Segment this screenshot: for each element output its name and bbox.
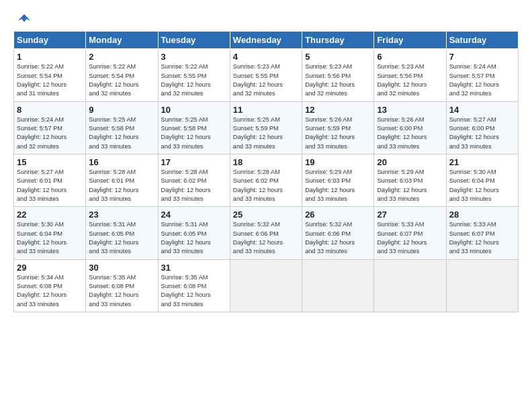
- day-number: 25: [233, 210, 299, 220]
- day-info: Sunrise: 5:24 AMSunset: 5:57 PMDaylight:…: [17, 116, 83, 151]
- week-row-4: 22 Sunrise: 5:30 AMSunset: 6:04 PMDaylig…: [14, 207, 519, 259]
- day-number: 4: [233, 52, 299, 62]
- week-row-1: 1 Sunrise: 5:22 AMSunset: 5:54 PMDayligh…: [14, 49, 519, 101]
- day-cell: 15 Sunrise: 5:27 AMSunset: 6:01 PMDaylig…: [14, 154, 86, 206]
- day-number: 26: [305, 210, 371, 220]
- day-cell: 31 Sunrise: 5:35 AMSunset: 6:08 PMDaylig…: [158, 259, 230, 312]
- svg-marker-0: [17, 14, 30, 22]
- day-info: Sunrise: 5:23 AMSunset: 5:56 PMDaylight:…: [305, 62, 371, 98]
- day-cell: 4 Sunrise: 5:23 AMSunset: 5:55 PMDayligh…: [230, 49, 302, 101]
- header-tuesday: Tuesday: [158, 32, 230, 49]
- day-number: 1: [17, 52, 83, 62]
- week-row-5: 29 Sunrise: 5:34 AMSunset: 6:08 PMDaylig…: [14, 259, 519, 312]
- day-info: Sunrise: 5:26 AMSunset: 6:00 PMDaylight:…: [377, 116, 443, 151]
- header-monday: Monday: [86, 32, 158, 49]
- day-cell: 24 Sunrise: 5:31 AMSunset: 6:05 PMDaylig…: [158, 207, 230, 259]
- day-number: 16: [89, 157, 154, 167]
- day-cell: 12 Sunrise: 5:26 AMSunset: 5:59 PMDaylig…: [302, 101, 374, 154]
- day-info: Sunrise: 5:28 AMSunset: 6:02 PMDaylight:…: [161, 168, 227, 203]
- day-cell: 2 Sunrise: 5:22 AMSunset: 5:54 PMDayligh…: [86, 49, 158, 101]
- day-number: 30: [89, 263, 154, 273]
- day-cell: 3 Sunrise: 5:22 AMSunset: 5:55 PMDayligh…: [158, 49, 230, 101]
- day-cell: 13 Sunrise: 5:26 AMSunset: 6:00 PMDaylig…: [374, 101, 446, 154]
- day-number: 17: [161, 157, 227, 167]
- day-info: Sunrise: 5:28 AMSunset: 6:02 PMDaylight:…: [233, 168, 299, 203]
- day-cell: [230, 259, 302, 312]
- day-cell: 29 Sunrise: 5:34 AMSunset: 6:08 PMDaylig…: [14, 259, 86, 312]
- day-info: Sunrise: 5:26 AMSunset: 5:59 PMDaylight:…: [305, 116, 371, 151]
- day-info: Sunrise: 5:30 AMSunset: 6:04 PMDaylight:…: [17, 220, 83, 256]
- day-cell: 17 Sunrise: 5:28 AMSunset: 6:02 PMDaylig…: [158, 154, 230, 206]
- day-number: 3: [161, 52, 227, 62]
- calendar-header-row: SundayMondayTuesdayWednesdayThursdayFrid…: [14, 32, 519, 49]
- day-number: 10: [161, 105, 227, 115]
- day-number: 24: [161, 210, 227, 220]
- day-cell: 28 Sunrise: 5:33 AMSunset: 6:07 PMDaylig…: [446, 207, 518, 259]
- day-info: Sunrise: 5:30 AMSunset: 6:04 PMDaylight:…: [449, 168, 515, 203]
- logo: [13, 12, 34, 26]
- header-friday: Friday: [374, 32, 446, 49]
- header-wednesday: Wednesday: [230, 32, 302, 49]
- day-info: Sunrise: 5:28 AMSunset: 6:01 PMDaylight:…: [89, 168, 154, 203]
- day-cell: 10 Sunrise: 5:25 AMSunset: 5:58 PMDaylig…: [158, 101, 230, 154]
- week-row-2: 8 Sunrise: 5:24 AMSunset: 5:57 PMDayligh…: [14, 101, 519, 154]
- day-number: 28: [449, 210, 515, 220]
- day-cell: 16 Sunrise: 5:28 AMSunset: 6:01 PMDaylig…: [86, 154, 158, 206]
- logo-bird-icon: [15, 12, 34, 27]
- day-info: Sunrise: 5:34 AMSunset: 6:08 PMDaylight:…: [17, 273, 83, 309]
- day-info: Sunrise: 5:25 AMSunset: 5:59 PMDaylight:…: [233, 116, 299, 151]
- day-info: Sunrise: 5:29 AMSunset: 6:03 PMDaylight:…: [305, 168, 371, 203]
- header-saturday: Saturday: [446, 32, 518, 49]
- day-info: Sunrise: 5:23 AMSunset: 5:55 PMDaylight:…: [233, 62, 299, 98]
- day-number: 23: [89, 210, 154, 220]
- day-cell: 25 Sunrise: 5:32 AMSunset: 6:06 PMDaylig…: [230, 207, 302, 259]
- day-number: 31: [161, 263, 227, 273]
- calendar-table: SundayMondayTuesdayWednesdayThursdayFrid…: [13, 31, 519, 312]
- day-cell: 20 Sunrise: 5:29 AMSunset: 6:03 PMDaylig…: [374, 154, 446, 206]
- day-number: 18: [233, 157, 299, 167]
- day-info: Sunrise: 5:22 AMSunset: 5:54 PMDaylight:…: [17, 62, 83, 98]
- day-info: Sunrise: 5:27 AMSunset: 6:01 PMDaylight:…: [17, 168, 83, 203]
- day-number: 9: [89, 105, 154, 115]
- day-cell: [446, 259, 518, 312]
- day-number: 2: [89, 52, 154, 62]
- day-cell: 22 Sunrise: 5:30 AMSunset: 6:04 PMDaylig…: [14, 207, 86, 259]
- day-cell: 26 Sunrise: 5:32 AMSunset: 6:06 PMDaylig…: [302, 207, 374, 259]
- day-info: Sunrise: 5:27 AMSunset: 6:00 PMDaylight:…: [449, 116, 515, 151]
- day-info: Sunrise: 5:33 AMSunset: 6:07 PMDaylight:…: [377, 220, 443, 256]
- day-number: 15: [17, 157, 83, 167]
- day-cell: 27 Sunrise: 5:33 AMSunset: 6:07 PMDaylig…: [374, 207, 446, 259]
- day-info: Sunrise: 5:25 AMSunset: 5:58 PMDaylight:…: [89, 116, 154, 151]
- day-cell: 23 Sunrise: 5:31 AMSunset: 6:05 PMDaylig…: [86, 207, 158, 259]
- day-info: Sunrise: 5:31 AMSunset: 6:05 PMDaylight:…: [161, 220, 227, 256]
- day-info: Sunrise: 5:35 AMSunset: 6:08 PMDaylight:…: [161, 273, 227, 309]
- page-container: SundayMondayTuesdayWednesdayThursdayFrid…: [0, 0, 532, 319]
- header: [13, 12, 519, 26]
- day-number: 14: [449, 105, 515, 115]
- day-cell: 30 Sunrise: 5:35 AMSunset: 6:08 PMDaylig…: [86, 259, 158, 312]
- day-cell: 21 Sunrise: 5:30 AMSunset: 6:04 PMDaylig…: [446, 154, 518, 206]
- day-number: 27: [377, 210, 443, 220]
- day-cell: 9 Sunrise: 5:25 AMSunset: 5:58 PMDayligh…: [86, 101, 158, 154]
- day-number: 20: [377, 157, 443, 167]
- day-info: Sunrise: 5:35 AMSunset: 6:08 PMDaylight:…: [89, 273, 154, 309]
- day-info: Sunrise: 5:22 AMSunset: 5:54 PMDaylight:…: [89, 62, 154, 98]
- day-cell: [374, 259, 446, 312]
- day-info: Sunrise: 5:29 AMSunset: 6:03 PMDaylight:…: [377, 168, 443, 203]
- header-sunday: Sunday: [14, 32, 86, 49]
- day-number: 11: [233, 105, 299, 115]
- day-info: Sunrise: 5:25 AMSunset: 5:58 PMDaylight:…: [161, 116, 227, 151]
- day-info: Sunrise: 5:31 AMSunset: 6:05 PMDaylight:…: [89, 220, 154, 256]
- day-number: 7: [449, 52, 515, 62]
- day-info: Sunrise: 5:32 AMSunset: 6:06 PMDaylight:…: [305, 220, 371, 256]
- day-number: 13: [377, 105, 443, 115]
- day-info: Sunrise: 5:32 AMSunset: 6:06 PMDaylight:…: [233, 220, 299, 256]
- day-cell: 1 Sunrise: 5:22 AMSunset: 5:54 PMDayligh…: [14, 49, 86, 101]
- day-info: Sunrise: 5:24 AMSunset: 5:57 PMDaylight:…: [449, 62, 515, 98]
- week-row-3: 15 Sunrise: 5:27 AMSunset: 6:01 PMDaylig…: [14, 154, 519, 206]
- day-cell: 8 Sunrise: 5:24 AMSunset: 5:57 PMDayligh…: [14, 101, 86, 154]
- day-number: 12: [305, 105, 371, 115]
- day-number: 29: [17, 263, 83, 273]
- day-info: Sunrise: 5:23 AMSunset: 5:56 PMDaylight:…: [377, 62, 443, 98]
- day-info: Sunrise: 5:22 AMSunset: 5:55 PMDaylight:…: [161, 62, 227, 98]
